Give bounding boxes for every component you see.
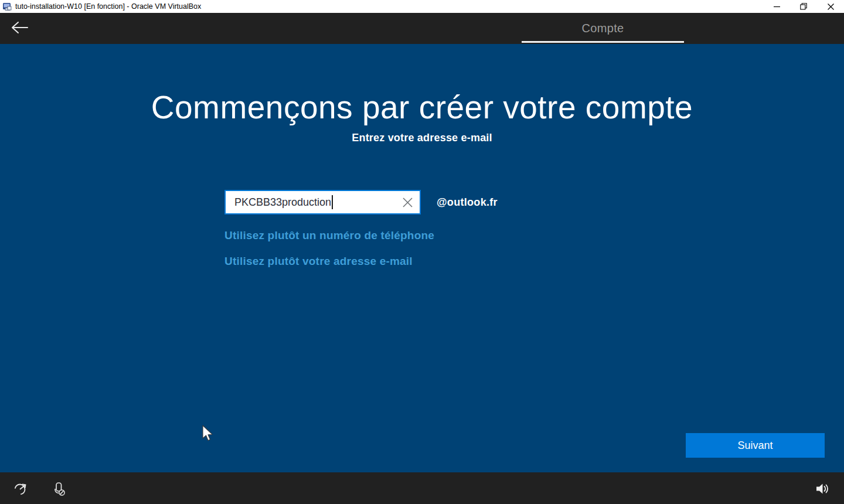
page-subtitle: Entrez votre adresse e-mail	[0, 132, 844, 144]
back-button[interactable]	[11, 21, 30, 36]
account-setup-page: Commençons par créer votre compte Entrez…	[0, 44, 844, 472]
virtualbox-icon	[2, 2, 12, 11]
email-input[interactable]: PKCBB33production	[224, 190, 421, 214]
ease-of-access-icon	[13, 481, 28, 496]
tab-active-underline	[522, 41, 684, 43]
use-phone-number-link[interactable]: Utilisez plutôt un numéro de téléphone	[224, 229, 434, 242]
oobe-header: Compte	[0, 13, 844, 44]
email-input-value: PKCBB33production	[234, 196, 331, 209]
close-button[interactable]	[817, 0, 844, 13]
tab-compte[interactable]: Compte	[522, 13, 684, 44]
volume-button[interactable]	[814, 481, 831, 497]
text-caret	[332, 195, 333, 209]
tab-compte-label: Compte	[582, 22, 624, 35]
back-arrow-icon	[11, 21, 29, 37]
restore-button[interactable]	[790, 0, 817, 13]
page-title: Commençons par créer votre compte	[0, 88, 844, 126]
ease-of-access-button[interactable]	[12, 481, 29, 497]
mouse-cursor	[202, 425, 215, 442]
window-title: tuto-installation-W10 [En fonction] - Or…	[15, 2, 201, 11]
email-domain-suffix: @outlook.fr	[437, 190, 498, 214]
clear-x-icon	[402, 197, 413, 208]
next-button[interactable]: Suivant	[686, 433, 825, 458]
window-titlebar: tuto-installation-W10 [En fonction] - Or…	[0, 0, 844, 13]
volume-icon	[815, 482, 829, 495]
oobe-footer	[0, 472, 844, 504]
microphone-mute-button[interactable]	[51, 481, 67, 497]
clear-input-button[interactable]	[401, 196, 414, 209]
minimize-button[interactable]	[763, 0, 790, 13]
use-email-address-link[interactable]: Utilisez plutôt votre adresse e-mail	[224, 255, 413, 268]
microphone-muted-icon	[52, 481, 67, 497]
